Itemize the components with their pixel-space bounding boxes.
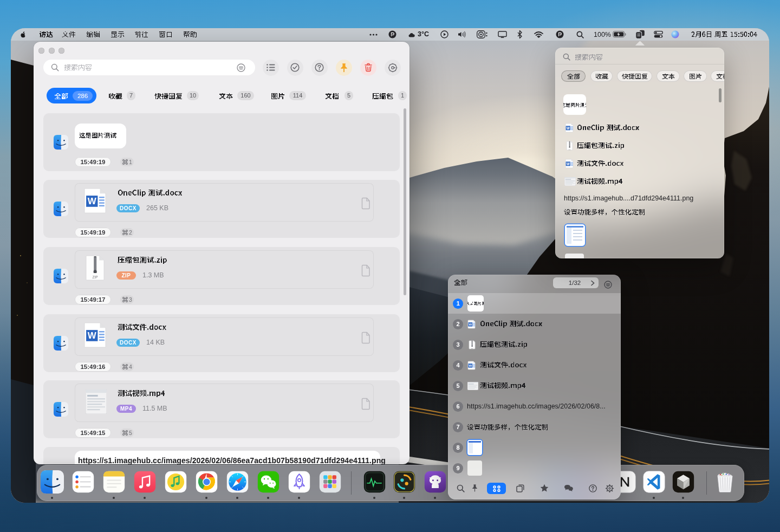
svg-text:W: W bbox=[567, 126, 570, 129]
svg-text:W: W bbox=[469, 363, 472, 367]
svg-text:W: W bbox=[88, 330, 96, 341]
svg-text:W: W bbox=[567, 161, 570, 165]
svg-text:ZIP: ZIP bbox=[569, 148, 571, 150]
svg-text:W: W bbox=[88, 196, 96, 206]
svg-text:W: W bbox=[469, 322, 472, 326]
svg-text:ZIP: ZIP bbox=[471, 347, 473, 349]
svg-text:ZIP: ZIP bbox=[92, 275, 98, 279]
